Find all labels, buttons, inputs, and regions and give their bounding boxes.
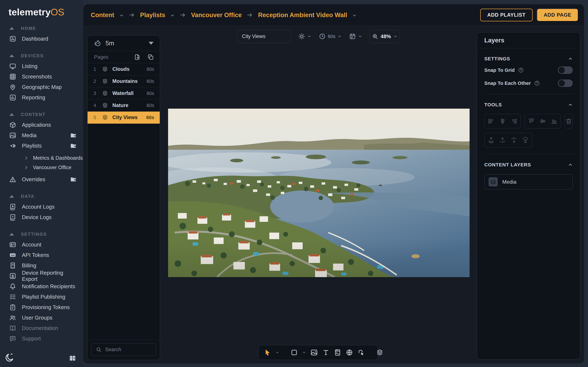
sidebar-item-api-tokens[interactable]: API Tokens bbox=[0, 250, 83, 260]
folder-add-icon[interactable] bbox=[70, 176, 77, 183]
snap-to-grid-toggle[interactable] bbox=[558, 67, 573, 74]
chevron-down-icon[interactable] bbox=[352, 13, 357, 18]
zoom-control[interactable]: 48% bbox=[370, 30, 400, 43]
collapse-sidebar-icon[interactable] bbox=[69, 355, 76, 362]
map-pin-icon bbox=[9, 83, 16, 91]
sidebar-section-content[interactable]: CONTENT bbox=[0, 109, 83, 120]
dashboard-icon bbox=[9, 35, 16, 42]
page-name-input[interactable] bbox=[237, 30, 291, 43]
chevron-down-icon[interactable] bbox=[170, 13, 175, 18]
page-duration-dropdown[interactable]: 60s bbox=[319, 33, 342, 40]
sidebar-item-geographic-map[interactable]: Geographic Map bbox=[0, 82, 83, 92]
select-tool-icon[interactable] bbox=[264, 349, 271, 356]
align-left-icon[interactable] bbox=[488, 118, 495, 125]
schedule-dropdown[interactable] bbox=[349, 33, 362, 40]
sidebar-item-user-groups[interactable]: User Groups bbox=[0, 313, 83, 323]
sidebar-item-label: Support bbox=[22, 335, 41, 342]
page-row-clouds[interactable]: 1 Clouds 60s bbox=[87, 63, 160, 75]
shape-tool-icon[interactable] bbox=[290, 349, 298, 356]
send-backward-icon[interactable] bbox=[510, 136, 518, 144]
chevron-down-icon[interactable] bbox=[119, 13, 124, 18]
send-to-back-icon[interactable] bbox=[522, 136, 529, 144]
chevron-down-icon[interactable] bbox=[302, 350, 306, 354]
interactive-tool-icon[interactable] bbox=[357, 349, 365, 356]
sidebar-section-home[interactable]: HOME bbox=[0, 23, 83, 33]
bring-forward-icon[interactable] bbox=[499, 136, 506, 144]
search-box[interactable] bbox=[91, 343, 156, 356]
duplicate-page-icon[interactable] bbox=[147, 54, 154, 60]
sidebar-item-applications[interactable]: Applications bbox=[0, 120, 83, 130]
dark-mode-icon[interactable] bbox=[5, 353, 14, 363]
sidebar-item-provisioning-tokens[interactable]: Provisioning Tokens bbox=[0, 302, 83, 313]
canvas-media-layer[interactable] bbox=[168, 109, 470, 277]
help-icon[interactable] bbox=[518, 67, 524, 73]
page-row-waterfall[interactable]: 3 Waterfall 60s bbox=[87, 87, 160, 100]
add-playlist-button[interactable]: ADD PLAYLIST bbox=[480, 9, 533, 21]
chevron-down-icon[interactable] bbox=[275, 350, 279, 354]
sidebar-item-listing[interactable]: Listing bbox=[0, 61, 83, 71]
sidebar-section-data[interactable]: DATA bbox=[0, 191, 83, 202]
settings-section-header[interactable]: SETTINGS bbox=[484, 54, 573, 64]
sidebar-item-account[interactable]: Account bbox=[0, 239, 83, 250]
breadcrumb-vancouver-office[interactable]: Vancouver Office bbox=[191, 12, 242, 19]
content-layers-section-header[interactable]: CONTENT LAYERS bbox=[484, 160, 573, 170]
layers-tool-icon[interactable] bbox=[376, 349, 383, 356]
users-icon bbox=[9, 314, 16, 321]
sidebar-item-device-logs[interactable]: Device Logs bbox=[0, 212, 83, 223]
sidebar-item-playlist-publishing[interactable]: Playlist Publishing bbox=[0, 292, 83, 302]
sidebar-item-billing[interactable]: Billing bbox=[0, 260, 83, 271]
sidebar-item-playlists[interactable]: Playlists bbox=[0, 141, 83, 151]
bring-to-front-icon[interactable] bbox=[488, 136, 495, 144]
web-tool-icon[interactable] bbox=[346, 349, 353, 356]
sidebar-section-devices[interactable]: DEVICES bbox=[0, 50, 83, 61]
align-bottom-icon[interactable] bbox=[551, 118, 558, 125]
sidebar-subitem-metrics-dashboards[interactable]: Metrics & Dashboards bbox=[0, 153, 83, 163]
page-row-city-views-selected[interactable]: 5 City Views 60s bbox=[87, 112, 160, 124]
delete-layer-button[interactable] bbox=[565, 114, 573, 129]
gear-icon bbox=[298, 33, 305, 40]
folder-add-icon[interactable] bbox=[70, 142, 77, 149]
canvas-tools-toolbar bbox=[258, 345, 378, 360]
snap-to-each-other-toggle[interactable] bbox=[558, 79, 573, 87]
add-page-icon[interactable] bbox=[134, 54, 140, 60]
sidebar-item-documentation[interactable]: Documentation bbox=[0, 323, 83, 334]
text-tool-icon[interactable] bbox=[322, 349, 330, 356]
settings-label: SETTINGS bbox=[484, 56, 510, 61]
page-duration: 60s bbox=[147, 103, 154, 108]
sidebar-section-settings[interactable]: SETTINGS bbox=[0, 229, 83, 239]
page-row-nature[interactable]: 4 Nature 60s bbox=[87, 100, 160, 112]
sidebar-item-screenshots[interactable]: Screenshots bbox=[0, 71, 83, 82]
add-page-button[interactable]: ADD PAGE bbox=[537, 9, 578, 21]
align-right-icon[interactable] bbox=[510, 118, 518, 125]
media-layer-row[interactable]: Media bbox=[484, 174, 573, 190]
media-layer-chip bbox=[489, 177, 498, 186]
search-input[interactable] bbox=[105, 347, 152, 352]
playlist-duration-dropdown[interactable]: 5m bbox=[87, 35, 160, 51]
clock-icon bbox=[319, 33, 326, 40]
media-tool-icon[interactable] bbox=[310, 349, 318, 356]
sidebar-item-dashboard[interactable]: Dashboard bbox=[0, 33, 83, 44]
align-center-horizontal-icon[interactable] bbox=[499, 118, 506, 125]
sidebar-item-notification-recipients[interactable]: Notification Recipients bbox=[0, 281, 83, 292]
page-row-mountains[interactable]: 2 Mountains 60s bbox=[87, 75, 160, 87]
align-center-vertical-icon[interactable] bbox=[539, 118, 546, 125]
app-logo[interactable]: telemetryOS bbox=[9, 7, 64, 17]
sidebar-item-device-reporting-export[interactable]: Device Reporting Export bbox=[0, 271, 83, 281]
sidebar-item-media[interactable]: Media bbox=[0, 130, 83, 141]
breadcrumb-content[interactable]: Content bbox=[91, 12, 114, 19]
sidebar-item-account-logs[interactable]: Account Logs bbox=[0, 202, 83, 212]
tools-section-header[interactable]: TOOLS bbox=[484, 100, 573, 110]
help-icon[interactable] bbox=[534, 80, 540, 86]
breadcrumb-playlists[interactable]: Playlists bbox=[140, 12, 165, 19]
sidebar-item-support[interactable]: Support bbox=[0, 334, 83, 344]
app-tool-icon[interactable] bbox=[334, 349, 341, 356]
dropdown-caret-icon bbox=[149, 42, 154, 45]
folder-add-icon[interactable] bbox=[70, 132, 77, 139]
sidebar-item-overrides[interactable]: Overrides bbox=[0, 174, 83, 185]
breadcrumb-reception-ambient-video-wall[interactable]: Reception Ambient Video Wall bbox=[258, 12, 347, 19]
sidebar-subitem-vancouver-office[interactable]: Vancouver Office bbox=[0, 163, 83, 172]
sidebar-item-reporting[interactable]: Reporting bbox=[0, 92, 83, 103]
align-top-icon[interactable] bbox=[528, 118, 535, 125]
page-settings-dropdown[interactable] bbox=[298, 33, 311, 40]
clipboard-icon bbox=[9, 304, 16, 311]
